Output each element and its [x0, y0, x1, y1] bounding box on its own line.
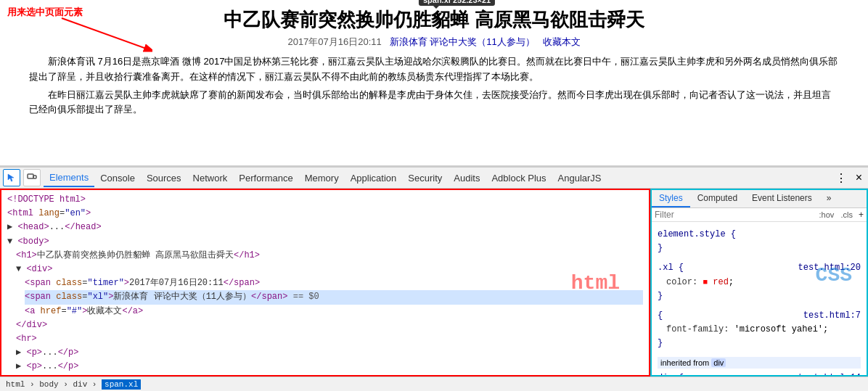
more-button[interactable]: ⋮ — [832, 171, 850, 185]
breadcrumb-body[interactable]: body — [39, 380, 58, 389]
page-content: 新浪体育讯 7月16日是燕京啤酒 微博 2017中国足协杯第三轮比赛，丽江嘉云昊… — [29, 54, 839, 118]
html-line: <a href="#">收藏本文</a> — [25, 305, 643, 318]
tab-adblock[interactable]: Adblock Plus — [486, 170, 552, 186]
tab-memory[interactable]: Memory — [299, 170, 345, 186]
html-line: <html lang="en"> — [7, 207, 643, 221]
html-line[interactable]: ▶ <p>...</p> — [16, 360, 643, 374]
paragraph-2: 在昨日丽江嘉云昊队主帅李虎就缺席了赛前的新闻发布会，当时俱乐部给出的解释是李虎由… — [29, 88, 839, 118]
css-tab-computed[interactable]: Computed — [690, 190, 745, 207]
css-content: element.style { } .xl { test.html:20 col… — [652, 225, 867, 376]
tab-application[interactable]: Application — [345, 170, 403, 186]
css-inherited-element: div — [711, 358, 726, 367]
cursor-icon — [7, 173, 17, 183]
tab-performance[interactable]: Performance — [233, 170, 298, 186]
css-tab-more[interactable]: » — [819, 190, 839, 207]
subtitle-link3[interactable]: 收藏本文 — [543, 36, 581, 47]
html-line: <hr> — [16, 332, 643, 346]
tab-sources[interactable]: Sources — [141, 170, 187, 186]
html-line: <h1>中乙队赛前突然换帅仍胜貂蝉 高原黑马欲阻击舜天</h1> — [16, 249, 643, 263]
css-inherited-banner: inherited from div — [658, 357, 861, 369]
css-rule-div: div { test.html:14 text-align: center; } — [658, 371, 861, 377]
svg-rect-2 — [33, 176, 36, 178]
css-rule-element-style: element.style { } — [658, 228, 861, 255]
css-file-link3[interactable]: test.html:14 — [798, 371, 861, 377]
css-filter-row: :hov .cls + — [652, 208, 867, 222]
css-rule-xl: .xl { test.html:20 color: ■ red; } — [658, 261, 861, 303]
close-button[interactable]: × — [853, 171, 865, 184]
css-filter-pseudo[interactable]: :hov .cls — [819, 210, 853, 219]
html-line: </div> — [16, 318, 643, 332]
html-line: <span class="timer">2017年07月16日20:11</sp… — [25, 276, 643, 290]
devtools-tabbar: Elements Console Sources Network Perform… — [0, 167, 868, 189]
svg-rect-1 — [28, 174, 33, 178]
css-filter-input[interactable] — [655, 210, 819, 220]
breadcrumb-div[interactable]: div — [73, 380, 87, 389]
tooltip-bubble: span.xl 252.23×21 — [419, 0, 495, 6]
devtools-main: html <!DOCTYPE html> <html lang="en"> ▶ … — [0, 189, 868, 376]
webpage-preview: 用来选中页面元素 中乙队赛前突然换帅仍胜貂蝉 高原黑马欲阻击舜天 span.xl… — [0, 0, 868, 167]
color-swatch: ■ — [703, 278, 708, 287]
breadcrumb-bar: html › body › div › span.xl — [0, 376, 868, 391]
tab-network[interactable]: Network — [187, 170, 234, 186]
html-line-selected[interactable]: <span class="xl">新浪体育 评论中大奖（11人参与）</span… — [25, 290, 643, 304]
breadcrumb-html[interactable]: html — [6, 380, 25, 389]
css-file-link2[interactable]: test.html:7 — [803, 309, 861, 323]
tab-elements[interactable]: Elements — [44, 169, 94, 187]
css-add-rule-button[interactable]: + — [859, 210, 864, 220]
html-panel[interactable]: html <!DOCTYPE html> <html lang="en"> ▶ … — [0, 189, 650, 376]
svg-line-0 — [62, 18, 152, 51]
css-tab-event-listeners[interactable]: Event Listeners — [745, 190, 819, 207]
subtitle-link2[interactable]: 评论中大奖（11人参与） — [430, 36, 534, 47]
subtitle-link1[interactable]: 新浪体育 — [390, 36, 427, 47]
html-line[interactable]: ▼ <div> — [16, 263, 643, 276]
html-line[interactable]: ▶ <p>...</p> — [16, 346, 643, 360]
device-icon — [27, 173, 37, 183]
element-picker-button[interactable] — [3, 169, 20, 186]
css-rule-font: { test.html:7 font-family: 'microsoft ya… — [658, 309, 861, 351]
html-line[interactable]: ▶ <head>...</head> — [7, 221, 643, 234]
tab-security[interactable]: Security — [402, 170, 448, 186]
css-file-link[interactable]: test.html:20 — [798, 261, 861, 275]
css-panel: CSS Styles Computed Event Listeners » :h… — [650, 189, 868, 376]
html-line: <!DOCTYPE html> — [7, 193, 643, 207]
annotation-label: 用来选中页面元素 — [7, 6, 83, 19]
html-line[interactable]: ▼ <body> — [7, 235, 643, 249]
tab-audits[interactable]: Audits — [448, 170, 486, 186]
css-tabs: Styles Computed Event Listeners » — [652, 190, 867, 208]
tab-console[interactable]: Console — [94, 170, 141, 186]
breadcrumb-span-xl[interactable]: span.xl — [102, 379, 141, 390]
html-line[interactable]: ▶ <p>...</p> — [16, 374, 643, 376]
css-tab-styles[interactable]: Styles — [652, 190, 690, 207]
tab-angularjs[interactable]: AngularJS — [552, 170, 607, 186]
device-toggle-button[interactable] — [23, 169, 41, 186]
